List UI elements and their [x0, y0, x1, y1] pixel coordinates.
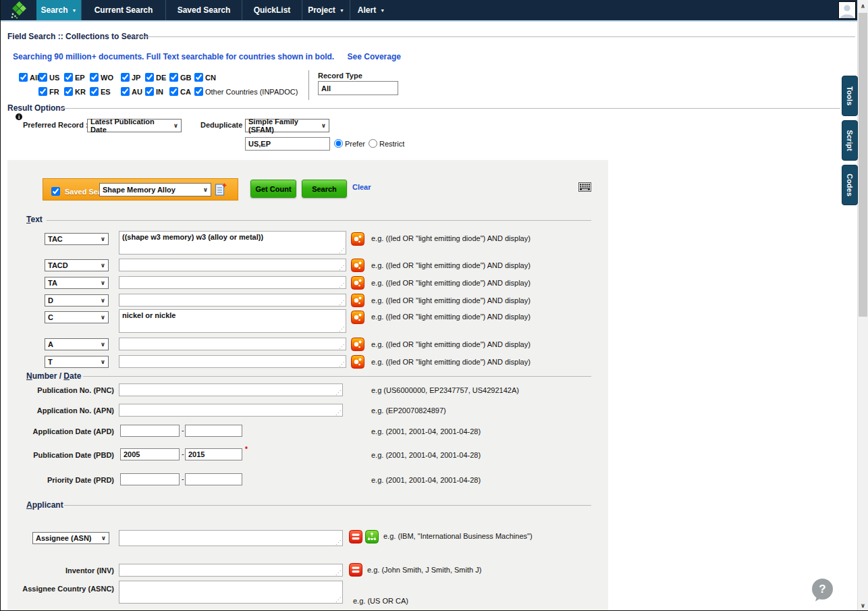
record-type-input[interactable]: [318, 81, 398, 95]
collection-checkbox-us[interactable]: US: [38, 73, 59, 82]
checkbox-au[interactable]: [121, 87, 130, 96]
prefer-radio-option[interactable]: Prefer: [334, 139, 365, 148]
corporate-tree-icon[interactable]: [365, 530, 379, 543]
side-tab-script[interactable]: Script: [842, 120, 858, 161]
side-tab-tools[interactable]: Tools: [842, 76, 858, 116]
concept-expand-icon[interactable]: [351, 355, 364, 369]
collection-checkbox-es[interactable]: ES: [90, 87, 111, 96]
scrollbar-thumb[interactable]: [859, 13, 867, 317]
app-logo[interactable]: [1, 0, 36, 20]
prd-example: e.g. (2001, 2001-04, 2001-04-28): [371, 476, 481, 484]
preferred-record-select[interactable]: Latest Publication Date ∨: [87, 119, 182, 132]
collection-checkbox-fr[interactable]: FR: [38, 87, 59, 96]
checkbox-jp[interactable]: [121, 73, 130, 82]
text-input-t[interactable]: [119, 355, 346, 368]
collection-checkbox-de[interactable]: DE: [145, 73, 166, 82]
checkbox-all[interactable]: [19, 73, 28, 82]
assignee-input[interactable]: [119, 530, 343, 546]
vertical-scrollbar[interactable]: ∧ ∨: [857, 0, 868, 611]
collection-checkbox-ca[interactable]: CA: [169, 87, 191, 96]
restrict-radio[interactable]: [369, 139, 377, 148]
apn-input[interactable]: [119, 404, 343, 417]
saved-search-checkbox[interactable]: [51, 187, 60, 196]
checkbox-es[interactable]: [90, 87, 99, 96]
field-select-d[interactable]: D ∨: [45, 294, 109, 307]
checkbox-cn[interactable]: [194, 73, 203, 82]
user-avatar[interactable]: [838, 1, 856, 19]
assignee-field-select[interactable]: Assignee (ASN) ∨: [32, 532, 109, 544]
pbd-from-input[interactable]: [120, 448, 180, 460]
get-count-button[interactable]: Get Count: [250, 180, 296, 198]
concept-expand-icon[interactable]: [351, 294, 364, 307]
assignee-country-input[interactable]: [119, 581, 343, 604]
nav-tab-alert[interactable]: Alert ▼: [350, 0, 392, 20]
field-select-tacd[interactable]: TACD ∨: [45, 259, 109, 271]
collection-checkbox-other[interactable]: Other Countries (INPADOC): [194, 87, 298, 96]
concept-expand-icon[interactable]: [351, 338, 364, 351]
concept-expand-icon[interactable]: [351, 311, 364, 324]
text-input-tacd[interactable]: [119, 259, 346, 271]
checkbox-ca[interactable]: [169, 87, 178, 96]
scroll-up-icon[interactable]: ∧: [858, 0, 868, 11]
nav-tab-saved-search[interactable]: Saved Search: [165, 0, 242, 20]
inventor-input[interactable]: [119, 564, 343, 577]
collection-checkbox-all[interactable]: All: [19, 73, 39, 82]
pbd-to-input[interactable]: [185, 448, 242, 460]
collection-checkbox-au[interactable]: AU: [121, 87, 142, 96]
field-select-ta[interactable]: TA ∨: [45, 277, 109, 289]
collection-checkbox-wo[interactable]: WO: [90, 73, 113, 82]
side-tab-codes[interactable]: Codes: [842, 165, 858, 205]
checkbox-gb[interactable]: [169, 73, 178, 82]
nav-tab-current-search[interactable]: Current Search: [81, 0, 165, 20]
help-icon[interactable]: ?: [812, 579, 833, 600]
saved-search-select[interactable]: Shape Memory Alloy ∨: [99, 183, 211, 196]
keyboard-icon[interactable]: [578, 182, 591, 192]
checkbox-de[interactable]: [145, 73, 154, 82]
search-button[interactable]: Search: [302, 180, 347, 198]
collection-checkbox-cn[interactable]: CN: [194, 73, 216, 82]
concept-expand-icon[interactable]: [351, 259, 364, 272]
field-select-t[interactable]: T ∨: [45, 356, 109, 368]
checkbox-fr[interactable]: [38, 87, 47, 96]
info-icon[interactable]: i: [16, 113, 22, 120]
name-equivalents-icon[interactable]: [349, 563, 362, 577]
collection-checkbox-gb[interactable]: GB: [169, 73, 192, 82]
collection-checkbox-ep[interactable]: EP: [64, 73, 85, 82]
checkbox-ep[interactable]: [64, 73, 73, 82]
field-select-a[interactable]: A ∨: [45, 338, 109, 350]
nav-tab-search[interactable]: Search ▼: [36, 0, 81, 20]
text-input-tac[interactable]: ((shape w3 memory) w3 (alloy or metal)): [119, 231, 346, 255]
deduplicate-select[interactable]: Simple Family (SFAM) ∨: [245, 119, 329, 132]
edit-saved-search-icon[interactable]: [215, 182, 227, 197]
collection-checkbox-kr[interactable]: KR: [64, 87, 86, 96]
prefer-radio[interactable]: [334, 139, 343, 148]
nav-tab-quicklist[interactable]: QuickList: [242, 0, 302, 20]
checkbox-us[interactable]: [38, 73, 47, 82]
prd-from-input[interactable]: [120, 473, 180, 485]
apd-to-input[interactable]: [185, 425, 242, 437]
collection-checkbox-in[interactable]: IN: [145, 87, 163, 96]
checkbox-wo[interactable]: [90, 73, 99, 82]
clear-link[interactable]: Clear: [352, 183, 371, 191]
field-select-tac[interactable]: TAC ∨: [45, 233, 109, 245]
text-input-a[interactable]: [119, 338, 346, 350]
pnc-input[interactable]: [119, 383, 343, 396]
nav-tab-project[interactable]: Project ▼: [302, 0, 350, 20]
prd-to-input[interactable]: [185, 473, 242, 485]
collection-checkbox-jp[interactable]: JP: [121, 73, 140, 82]
field-select-c[interactable]: C ∨: [45, 311, 109, 323]
text-input-ta[interactable]: [119, 276, 346, 289]
checkbox-in[interactable]: [145, 87, 154, 96]
apd-from-input[interactable]: [120, 425, 180, 437]
dedup-countries-input[interactable]: [245, 137, 330, 151]
text-input-d[interactable]: [119, 294, 346, 307]
scroll-down-icon[interactable]: ∨: [858, 600, 868, 611]
name-equivalents-icon[interactable]: [349, 530, 362, 543]
concept-expand-icon[interactable]: [351, 276, 364, 290]
see-coverage-link[interactable]: See Coverage: [348, 52, 401, 61]
text-input-c[interactable]: nickel or nickle: [119, 309, 346, 333]
restrict-radio-option[interactable]: Restrict: [369, 139, 404, 148]
concept-expand-icon[interactable]: [351, 232, 364, 246]
checkbox-kr[interactable]: [64, 87, 73, 96]
checkbox-other-countries[interactable]: [194, 87, 203, 96]
